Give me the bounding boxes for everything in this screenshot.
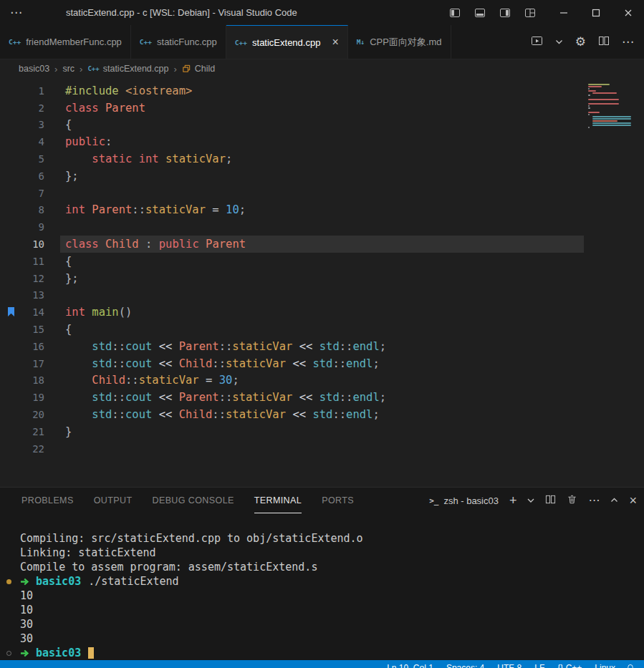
close-panel-icon[interactable]: × — [629, 494, 637, 507]
code-line[interactable]: 1#include <iostream> — [0, 82, 644, 100]
line-number: 15 — [0, 324, 44, 335]
maximize-button[interactable] — [580, 0, 612, 25]
minimap-line — [592, 125, 631, 126]
code-line[interactable]: 3{ — [0, 117, 644, 134]
code-text: std::cout << Parent::staticVar << std::e… — [65, 391, 386, 404]
chevron-down-icon[interactable] — [555, 36, 563, 49]
panel-tab-terminal[interactable]: TERMINAL — [254, 488, 302, 513]
breadcrumb-label: basic03 — [19, 64, 49, 74]
code-line[interactable]: 21} — [0, 423, 644, 440]
code-line[interactable]: 17 std::cout << Child::staticVar << std:… — [0, 355, 644, 372]
code-line[interactable]: 15{ — [0, 321, 644, 338]
code-line[interactable]: 12}; — [0, 270, 644, 287]
status-item-utf-8[interactable]: UTF-8 — [497, 663, 522, 668]
terminal[interactable]: Compiling: src/staticExtend.cpp to obj/s… — [0, 513, 644, 660]
breadcrumb-item-staticextend-cpp[interactable]: C++staticExtend.cpp — [87, 64, 168, 74]
menu-overflow-icon[interactable]: ⋯ — [0, 5, 33, 20]
command-decoration-icon[interactable] — [6, 579, 11, 584]
terminal-line: Compiling: src/staticExtend.cpp to obj/s… — [20, 531, 644, 546]
code-text: { — [65, 323, 72, 336]
status-bar: Ln 10, Col 1Spaces: 4UTF-8LF{} C++Linux — [0, 660, 644, 668]
code-line[interactable]: 4public: — [0, 133, 644, 150]
code-line[interactable]: 7 — [0, 185, 644, 202]
panel-tab-debug-console[interactable]: DEBUG CONSOLE — [152, 488, 234, 513]
panel: PROBLEMSOUTPUTDEBUG CONSOLETERMINALPORTS… — [0, 487, 644, 660]
code-text: std::cout << Child::staticVar << std::en… — [65, 357, 380, 370]
notifications-bell-icon[interactable] — [625, 663, 635, 668]
code-line[interactable]: 9 — [0, 218, 644, 236]
code-text: #include <iostream> — [65, 84, 192, 97]
tab-staticfunc-cpp[interactable]: C++staticFunc.cpp — [131, 25, 226, 59]
close-tab-icon[interactable]: × — [332, 37, 338, 48]
breadcrumb-item-basic03[interactable]: basic03 — [19, 64, 49, 74]
line-number: 5 — [0, 153, 44, 165]
code-text: { — [65, 255, 72, 268]
close-window-button[interactable] — [612, 0, 644, 25]
launch-profile-chevron-icon[interactable] — [527, 494, 534, 507]
tab-cpp-md[interactable]: M↓CPP面向对象.md — [348, 25, 451, 59]
panel-header: PROBLEMSOUTPUTDEBUG CONSOLETERMINALPORTS… — [0, 488, 644, 513]
command-decoration-icon[interactable] — [6, 651, 11, 656]
breadcrumb-item-child[interactable]: Child — [182, 64, 216, 74]
status-item-lf[interactable]: LF — [534, 663, 544, 668]
maximize-panel-chevron-icon[interactable] — [610, 494, 618, 507]
window-title: staticExtend.cpp - c [WSL: Debian] - Vis… — [66, 0, 297, 25]
tab-friendmemberfunc-cpp[interactable]: C++friendMemberFunc.cpp — [0, 25, 131, 59]
minimize-button[interactable] — [547, 0, 580, 25]
code-text: { — [65, 118, 72, 131]
code-line[interactable]: 18 Child::staticVar = 30; — [0, 372, 644, 389]
code-line[interactable]: 20 std::cout << Child::staticVar << std:… — [0, 406, 644, 423]
kill-terminal-trash-icon[interactable] — [567, 494, 577, 508]
code-line[interactable]: 22 — [0, 440, 644, 458]
status-item-linux[interactable]: Linux — [595, 663, 615, 668]
toggle-panel-icon[interactable] — [474, 7, 486, 19]
more-actions-icon[interactable]: ⋯ — [622, 36, 634, 48]
tab-staticextend-cpp[interactable]: C++staticExtend.cpp× — [226, 25, 348, 59]
panel-tab-ports[interactable]: PORTS — [322, 488, 354, 513]
code-line[interactable]: 2class Parent — [0, 100, 644, 117]
tab-label: CPP面向对象.md — [370, 36, 441, 49]
md-file-icon: M↓ — [357, 38, 365, 46]
code-line[interactable]: 13 — [0, 287, 644, 304]
status-item-spaces-4[interactable]: Spaces: 4 — [446, 663, 484, 668]
markdown-preview-icon[interactable] — [531, 35, 543, 49]
line-number: 2 — [0, 102, 44, 114]
code-text: static int staticVar; — [65, 153, 232, 165]
code-line[interactable]: 11{ — [0, 253, 644, 270]
new-terminal-button[interactable]: + — [509, 494, 517, 507]
line-number: 22 — [0, 443, 44, 455]
customize-layout-icon[interactable] — [524, 7, 536, 19]
code-line[interactable]: 14int main() — [0, 304, 644, 321]
toggle-secondary-sidebar-icon[interactable] — [499, 7, 511, 19]
code-text: class Child : public Parent — [65, 238, 246, 251]
code-text: }; — [65, 170, 79, 183]
breadcrumb: basic03›src›C++staticExtend.cpp›Child — [0, 59, 644, 78]
breadcrumb-item-src[interactable]: src — [62, 64, 75, 74]
gear-icon[interactable]: ⚙ — [575, 36, 586, 48]
cpp-file-icon: C++ — [87, 65, 99, 72]
code-line[interactable]: 16 std::cout << Parent::staticVar << std… — [0, 338, 644, 355]
panel-more-actions-icon[interactable]: ⋯ — [588, 495, 600, 506]
breadcrumb-separator-icon: › — [80, 64, 82, 74]
code-text: }; — [65, 272, 79, 285]
minimap[interactable] — [588, 84, 633, 130]
panel-tab-problems[interactable]: PROBLEMS — [21, 488, 74, 513]
terminal-line: 10 — [20, 589, 644, 603]
editor: 1#include <iostream>2class Parent3{4publ… — [0, 78, 644, 487]
line-number: 1 — [0, 85, 44, 97]
toggle-primary-sidebar-icon[interactable] — [449, 7, 461, 19]
status-item-ln-10-col-1[interactable]: Ln 10, Col 1 — [387, 663, 433, 668]
split-editor-icon[interactable] — [598, 35, 610, 49]
line-number: 13 — [0, 289, 44, 301]
code-line[interactable]: 6}; — [0, 168, 644, 185]
code-line[interactable]: 19 std::cout << Parent::staticVar << std… — [0, 389, 644, 406]
code-line[interactable]: 8int Parent::staticVar = 10; — [0, 202, 644, 219]
code-line[interactable]: 5 static int staticVar; — [0, 150, 644, 168]
terminal-selector[interactable]: >_ zsh - basic03 — [429, 495, 499, 506]
bookmark-icon[interactable] — [7, 306, 15, 320]
split-terminal-icon[interactable] — [545, 494, 556, 508]
panel-tab-output[interactable]: OUTPUT — [94, 488, 133, 513]
status-item-c[interactable]: {} C++ — [557, 663, 582, 668]
code-line[interactable]: 10class Child : public Parent — [0, 236, 644, 253]
prompt-directory: basic03 — [36, 575, 81, 588]
